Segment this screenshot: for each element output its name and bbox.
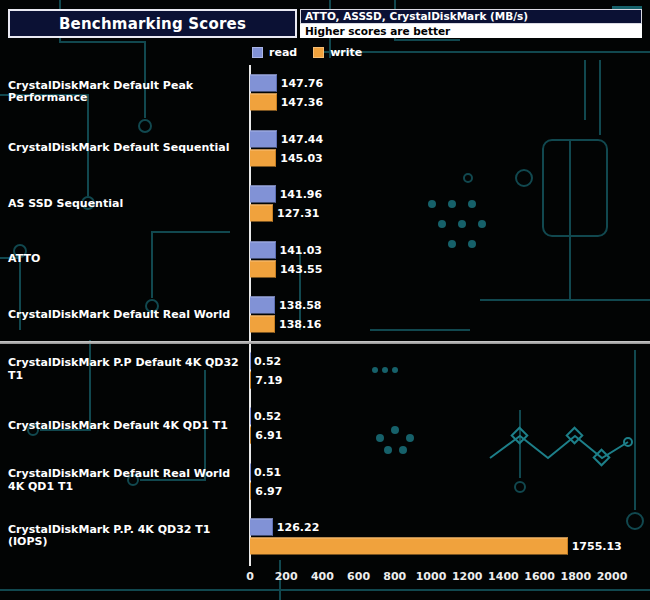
read-bar [250, 241, 276, 258]
bar-group: 141.03143.55 [250, 240, 322, 279]
bar-group: 141.96127.31 [250, 184, 322, 223]
legend-write-label: write [330, 46, 362, 59]
bar-group: 126.221755.13 [250, 517, 622, 556]
benchmark-chart: Benchmarking Scores ATTO, ASSSD, Crystal… [0, 0, 650, 600]
write-value-label: 6.91 [255, 429, 282, 442]
chart-row: CrystalDiskMark Default Real World138.58… [0, 287, 650, 343]
x-axis: 0200400600800100012001400160018002000 [0, 570, 650, 586]
x-tick-label: 1400 [488, 570, 519, 583]
write-bar [250, 260, 276, 277]
category-label: CrystalDiskMark Default Peak Performance [8, 80, 246, 105]
chart-subtitle-note: Higher scores are better [300, 24, 642, 38]
chart-title-box: Benchmarking Scores [8, 9, 297, 38]
read-value-label: 0.51 [254, 465, 281, 478]
write-value-label: 138.16 [279, 318, 321, 331]
read-value-label: 126.22 [277, 521, 319, 534]
read-bar [250, 75, 277, 92]
read-bar [250, 186, 276, 203]
write-value-label: 127.31 [277, 207, 319, 220]
category-label: AS SSD Sequential [8, 197, 246, 210]
read-bar [250, 519, 273, 536]
x-tick-label: 1600 [524, 570, 555, 583]
write-value-label: 7.19 [255, 373, 282, 386]
read-bar [250, 130, 277, 147]
category-label: CrystalDiskMark Default Real World 4K QD… [8, 469, 246, 494]
write-bar [250, 538, 568, 555]
x-tick-label: 1800 [560, 570, 591, 583]
category-label: CrystalDiskMark Default 4K QD1 T1 [8, 419, 246, 432]
write-bar [250, 427, 251, 444]
bar-group: 0.526.91 [250, 406, 282, 445]
section-separator [0, 341, 650, 344]
write-bar [250, 316, 275, 333]
chart-row: CrystalDiskMark Default Peak Performance… [0, 65, 650, 121]
bar-group: 0.527.19 [250, 351, 282, 390]
read-value-label: 0.52 [254, 410, 281, 423]
x-tick-label: 800 [383, 570, 406, 583]
write-value-label: 1755.13 [572, 540, 622, 553]
chart-row: ATTO141.03143.55 [0, 232, 650, 288]
x-tick-label: 600 [347, 570, 370, 583]
write-value-label: 145.03 [280, 151, 322, 164]
category-label: CrystalDiskMark P.P Default 4K QD32 T1 [8, 358, 246, 383]
category-label: ATTO [8, 253, 246, 266]
x-tick-label: 1000 [416, 570, 447, 583]
category-label: CrystalDiskMark P.P. 4K QD32 T1 (IOPS) [8, 524, 246, 549]
bar-group: 147.44145.03 [250, 129, 323, 168]
chart-row: CrystalDiskMark Default 4K QD1 T10.526.9… [0, 398, 650, 454]
legend-read-swatch [252, 47, 263, 58]
read-value-label: 0.52 [254, 354, 281, 367]
x-tick-label: 2000 [597, 570, 628, 583]
chart-subtitle-benchmarks: ATTO, ASSSD, CrystalDiskMark (MB/s) [300, 9, 642, 24]
chart-rows: CrystalDiskMark Default Peak Performance… [0, 65, 650, 565]
read-value-label: 141.96 [280, 188, 322, 201]
chart-title: Benchmarking Scores [59, 15, 246, 33]
write-value-label: 143.55 [280, 262, 322, 275]
bar-group: 0.516.97 [250, 462, 282, 501]
category-label: CrystalDiskMark Default Sequential [8, 142, 246, 155]
bar-group: 147.76147.36 [250, 73, 323, 112]
chart-row: CrystalDiskMark P.P. 4K QD32 T1 (IOPS)12… [0, 509, 650, 565]
x-tick-label: 400 [311, 570, 334, 583]
read-value-label: 138.58 [279, 299, 321, 312]
chart-row: CrystalDiskMark P.P Default 4K QD32 T10.… [0, 343, 650, 399]
read-bar [250, 297, 275, 314]
write-value-label: 6.97 [255, 484, 282, 497]
write-bar [250, 482, 251, 499]
x-tick-label: 200 [275, 570, 298, 583]
legend-write-swatch [313, 47, 324, 58]
x-tick-label: 0 [246, 570, 254, 583]
chart-row: CrystalDiskMark Default Real World 4K QD… [0, 454, 650, 510]
write-bar [250, 205, 273, 222]
legend-read-label: read [269, 46, 297, 59]
legend: read write [252, 46, 362, 59]
write-bar [250, 371, 251, 388]
x-tick-label: 1200 [452, 570, 483, 583]
chart-subtitle-box: ATTO, ASSSD, CrystalDiskMark (MB/s) High… [300, 9, 642, 38]
write-bar [250, 94, 277, 111]
bar-group: 138.58138.16 [250, 295, 322, 334]
write-value-label: 147.36 [281, 96, 323, 109]
read-value-label: 147.76 [281, 77, 323, 90]
read-value-label: 147.44 [281, 132, 323, 145]
chart-row: AS SSD Sequential141.96127.31 [0, 176, 650, 232]
write-bar [250, 149, 276, 166]
read-value-label: 141.03 [280, 243, 322, 256]
chart-row: CrystalDiskMark Default Sequential147.44… [0, 121, 650, 177]
category-label: CrystalDiskMark Default Real World [8, 308, 246, 321]
